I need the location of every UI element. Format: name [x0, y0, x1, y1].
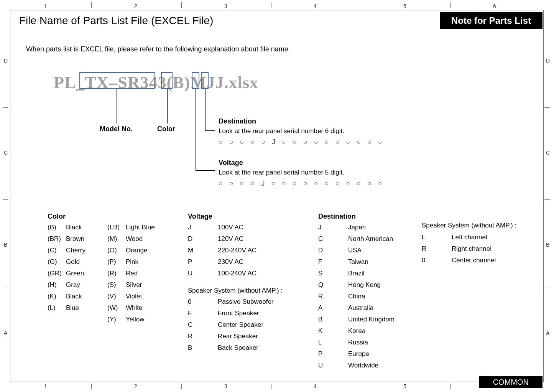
code-key: P: [188, 256, 218, 268]
code-row: (LB)Light Blue: [107, 222, 155, 233]
code-row: P Europe: [318, 348, 395, 360]
top-tick: [181, 2, 182, 8]
box-voltage: [192, 72, 199, 89]
code-value: 120V AC: [218, 233, 243, 245]
leader-voltage-h: [196, 170, 215, 171]
code-key: B: [188, 342, 218, 354]
code-value: 230V AC: [218, 256, 243, 268]
leader-voltage-v: [196, 89, 196, 170]
colnum-top-1: 1: [44, 3, 47, 9]
code-row: (C)Cherry: [48, 245, 85, 256]
colnum-top-3: 3: [224, 3, 227, 9]
code-key: F: [318, 256, 348, 268]
code-value: Brazil: [348, 268, 365, 279]
code-row: (P)Pink: [107, 256, 155, 268]
code-value: Green: [66, 268, 84, 279]
code-row: BBack Speaker: [188, 342, 274, 354]
color-codes-col1: (B)Black(BR)Brown(C)Cherry(G)Gold(GR)Gre…: [48, 222, 85, 314]
rowlbl-right-D: D: [546, 58, 550, 64]
code-key: L: [422, 232, 452, 243]
code-key: (B): [48, 222, 66, 233]
rowlbl-left-B: B: [4, 242, 7, 248]
code-row: UWorldwide: [318, 360, 395, 371]
code-row: 0Passive Subwoofer: [188, 296, 274, 308]
code-row: DUSA: [318, 245, 395, 256]
code-row: M220-240V AC: [188, 245, 256, 256]
code-key: F: [188, 308, 218, 319]
code-key: (C): [48, 245, 66, 256]
colnum-bot-4: 4: [314, 383, 317, 389]
code-value: Russia: [348, 337, 368, 348]
code-row: AAustralia: [318, 302, 395, 314]
code-key: (V): [107, 291, 126, 302]
colnum-top-6: 6: [493, 3, 496, 9]
label-color: Color: [157, 125, 175, 133]
code-key: R: [422, 243, 452, 255]
code-row: (M)Wood: [107, 233, 155, 245]
code-key: U: [188, 268, 218, 279]
voltage-desc: Look at the rear panel serial number 5 d…: [219, 169, 344, 176]
code-key: (G): [48, 256, 66, 268]
colnum-top-4: 4: [314, 3, 317, 9]
code-key: (BR): [48, 233, 66, 245]
code-value: Yellow: [126, 314, 145, 325]
rowlbl-left-A: A: [4, 330, 7, 336]
code-row: KKorea: [318, 325, 395, 337]
code-value: North American: [348, 233, 393, 245]
right-tick: [544, 107, 550, 108]
right-tick: [544, 199, 550, 200]
color-codes-col2: (LB)Light Blue(M)Wood(O)Orange(P)Pink(R)…: [107, 222, 155, 325]
code-row: (B)Black: [48, 222, 85, 233]
box-destination: [201, 72, 209, 89]
code-row: RRear Speaker: [188, 331, 274, 342]
code-row: FFront Speaker: [188, 308, 274, 319]
section-voltage-head: Voltage: [188, 212, 212, 221]
page-title: File Name of Parts List File (EXCEL File…: [19, 15, 213, 27]
code-key: R: [188, 331, 218, 342]
code-value: Red: [126, 268, 138, 279]
code-value: Gray: [66, 279, 80, 291]
code-row: (BR)Brown: [48, 233, 85, 245]
code-value: Center Speaker: [218, 319, 263, 331]
code-key: J: [318, 222, 348, 233]
code-key: 0: [188, 296, 218, 308]
colnum-bot-3: 3: [224, 383, 227, 389]
box-color: [161, 72, 173, 89]
code-value: Europe: [348, 348, 369, 360]
code-row: FTaiwan: [318, 256, 395, 268]
top-tick: [361, 2, 361, 8]
speaker-voltage-head: Speaker System (without AMP.) :: [188, 287, 283, 295]
code-row: (K)Black: [48, 291, 85, 302]
code-value: Worldwide: [348, 360, 378, 371]
voltage-serial-pattern: ○ ○ ○ ○ J ○ ○ ○ ○ ○ ○ ○ ○ ○ ○ ○: [219, 180, 385, 188]
code-key: L: [318, 337, 348, 348]
code-row: J100V AC: [188, 222, 256, 233]
code-value: United Kingdom: [348, 314, 395, 325]
code-row: D120V AC: [188, 233, 256, 245]
leader-model: [117, 89, 117, 124]
code-key: (M): [107, 233, 126, 245]
code-row: (S)Silver: [107, 279, 155, 291]
code-value: USA: [348, 245, 362, 256]
code-key: (S): [107, 279, 126, 291]
label-model-no: Model No.: [100, 125, 133, 133]
rowlbl-right-A: A: [546, 330, 549, 336]
code-key: (W): [107, 302, 126, 314]
destination-serial-pattern: ○ ○ ○ ○ ○ J ○ ○ ○ ○ ○ ○ ○ ○ ○ ○: [219, 138, 385, 146]
code-value: Right channel: [452, 243, 492, 255]
common-badge: COMMON: [479, 376, 542, 388]
code-row: QHong Kong: [318, 279, 395, 291]
speaker-voltage-codes: 0Passive SubwooferFFront SpeakerCCenter …: [188, 296, 274, 354]
code-value: 100V AC: [218, 222, 243, 233]
code-key: (L): [48, 302, 66, 314]
code-row: (Y)Yellow: [107, 314, 155, 325]
code-row: (H)Gray: [48, 279, 85, 291]
code-key: Q: [318, 279, 348, 291]
code-key: (O): [107, 245, 126, 256]
code-value: Gold: [66, 256, 80, 268]
top-tick: [450, 2, 451, 8]
bot-tick: [361, 384, 361, 389]
code-value: Wood: [126, 233, 143, 245]
note-badge: Note for Parts List: [440, 12, 542, 29]
code-row: RChina: [318, 291, 395, 302]
